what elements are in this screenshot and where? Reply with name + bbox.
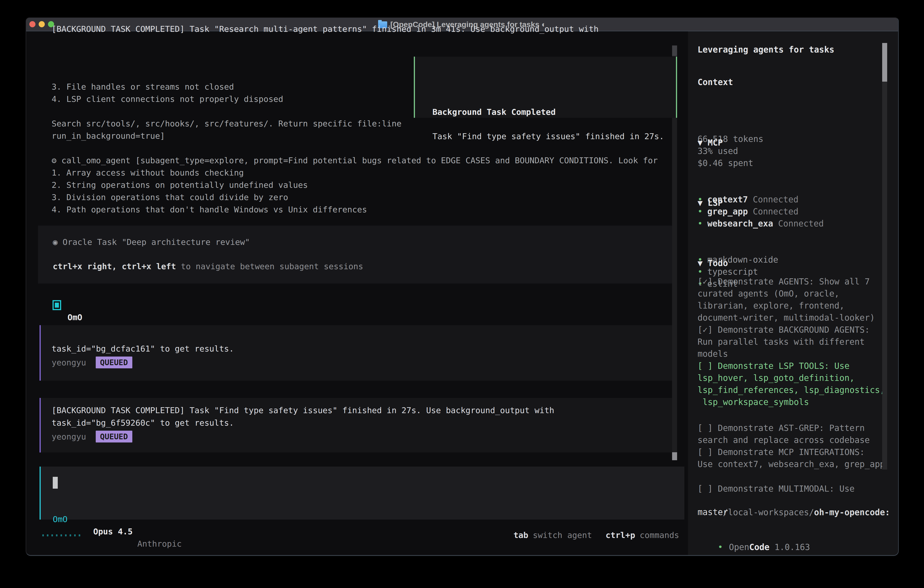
hint-text: to navigate between subagent sessions	[176, 262, 363, 271]
todo-item-line: curated agents (OmO, oracle,	[698, 287, 885, 300]
mcp-section: ▼ MCP •context7Connected•grep_appConnect…	[698, 128, 824, 178]
commands-label: commands	[640, 529, 679, 542]
main-scrollbar-thumb[interactable]	[672, 452, 677, 460]
status-bar: esc interrupt tab switch agent ctrl+p co…	[26, 529, 679, 542]
status-badge: QUEUED	[96, 357, 132, 368]
task-message-line: task_id="bg_dcfac161" to get results.	[52, 343, 234, 355]
oracle-task-panel: ◉ Oracle Task "Deep architecture review"…	[38, 226, 675, 284]
todo-item-line: [✓] Demonstrate AGENTS: Show all 7	[698, 276, 885, 287]
username: yeongyu	[52, 358, 86, 367]
todo-item-line: Use context7, websearch_exa, grep_app	[698, 458, 885, 470]
task-message-meta: yeongyuQUEUED	[52, 431, 132, 443]
todo-item-line: Run parallel tasks with different	[698, 336, 885, 348]
statusbar-right: tab switch agent ctrl+p commands	[513, 529, 679, 542]
todo-item-line: search and replace across codebase	[698, 434, 885, 446]
todo-item-line: document-writer, multimodal-looker)	[698, 312, 885, 324]
log-line: 1. Array access without bounds checking	[52, 167, 658, 179]
todo-item-line: models	[698, 348, 885, 360]
agent-name: OmO	[68, 311, 82, 324]
sidebar-session-title: Leveraging agents for tasks	[698, 44, 834, 56]
task-message-block: [BACKGROUND TASK COMPLETED] Task "Find t…	[40, 398, 675, 453]
workspace-branch: master	[698, 506, 728, 518]
log-line: ⚙ call_omo_agent [subagent_type=explore,…	[52, 154, 658, 167]
main-scrollbar-top-segment	[672, 45, 677, 56]
notification-title: Background Task Completed	[432, 106, 556, 118]
background-task-notification: Background Task Completed Task "Find typ…	[414, 57, 677, 118]
todo-item-line: [ ] Demonstrate LSP TOOLS: Use	[698, 360, 885, 372]
status-badge: QUEUED	[96, 431, 132, 443]
task-message-meta: yeongyuQUEUED	[52, 357, 132, 369]
oracle-task-label: ◉ Oracle Task "Deep architecture review"	[53, 236, 250, 248]
todo-item-line: librarian, explore, frontend,	[698, 300, 885, 312]
tab-key: tab	[513, 529, 528, 542]
app-version-number: 1.0.163	[775, 542, 810, 552]
log-line: 4. Path operations that don't handle Win…	[52, 203, 658, 216]
oracle-nav-hint: ctrl+x right, ctrl+x left to navigate be…	[53, 260, 363, 273]
spacer	[597, 529, 601, 542]
todo-item-line: [ ] Demonstrate AST-GREP: Pattern	[698, 422, 885, 434]
log-line: 3. Division operations that could divide…	[52, 191, 658, 203]
mcp-heading[interactable]: ▼ MCP	[698, 137, 824, 149]
esc-key: esc	[93, 555, 108, 556]
esc-hint: esc interrupt	[93, 554, 157, 556]
sidebar-scrollbar-track[interactable]	[882, 43, 887, 469]
task-message-block: [BACKGROUND TASK COMPLETED] Task "Resear…	[40, 325, 675, 381]
todo-group-2: [ ] Demonstrate AST-GREP: Patternsearch …	[698, 409, 885, 470]
todo-item-line: lsp_workspace_symbols	[698, 396, 885, 408]
workspace-repo: oh-my-opencode:	[814, 507, 890, 517]
notification-message: Task "Find type safety issues" finished …	[432, 130, 664, 142]
log-line: 2. String operations on potentially unde…	[52, 179, 658, 191]
status-dot-icon: •	[718, 541, 729, 553]
lsp-heading[interactable]: ▼ LSP	[698, 197, 778, 209]
keyboard-shortcut: ctrl+x right, ctrl+x left	[53, 262, 176, 271]
text-cursor	[53, 477, 58, 489]
log-line	[52, 142, 658, 154]
esc-label: interrupt	[113, 555, 157, 556]
opencode-window: [OpenCode] Leveraging agents for tasks ◐…	[26, 18, 899, 556]
task-message-line: [BACKGROUND TASK COMPLETED] Task "Find t…	[52, 404, 554, 416]
model-row: OmO Opus 4.5 Anthropic	[41, 501, 684, 513]
todo-item-line: [✓] Demonstrate BACKGROUND AGENTS:	[698, 324, 885, 336]
username: yeongyu	[52, 432, 86, 441]
mcp-server-status: Connected	[778, 219, 824, 228]
todo-item-line: lsp_find_references, lsp_diagnostics,	[698, 384, 885, 396]
workspace-path: ~/local-workspaces/oh-my-opencode:	[698, 494, 890, 506]
commands-key: ctrl+p	[606, 529, 635, 542]
todo-group-3: [ ] Demonstrate MULTIMODAL: Use	[698, 470, 855, 495]
task-message-line: task_id="bg_6f59260c" to get results.	[52, 417, 234, 429]
todo-group-1: [✓] Demonstrate AGENTS: Show all 7curate…	[698, 263, 885, 408]
spinner-dots-icon	[42, 534, 80, 537]
app-name-open: Open	[729, 542, 749, 552]
task-message-line: [BACKGROUND TASK COMPLETED] Task "Resear…	[52, 23, 599, 35]
context-section: Context 66,518 tokens33% used$0.46 spent	[698, 68, 764, 117]
tab-label: switch agent	[533, 529, 592, 542]
log-line: Search src/tools/, src/hooks/, src/featu…	[52, 117, 658, 130]
sidebar-scrollbar-thumb[interactable]	[882, 43, 887, 82]
input-agent-name: OmO	[53, 513, 68, 525]
lsp-section: ▼ LSP •markdown-oxide•typescript•eslint	[698, 188, 778, 238]
app-name-code: Code	[749, 542, 769, 552]
todo-item-line: [ ] Demonstrate MCP INTEGRATIONS:	[698, 446, 885, 458]
context-heading: Context	[698, 76, 764, 88]
app-version	[769, 542, 774, 552]
todo-item-line: lsp_hover, lsp_goto_definition,	[698, 372, 885, 384]
prompt-input[interactable]: OmO Opus 4.5 Anthropic	[40, 467, 684, 520]
todo-item-line: [ ] Demonstrate MULTIMODAL: Use	[698, 483, 855, 495]
version-row: •OpenCode 1.0.163	[698, 529, 810, 541]
workspace-path-prefix: ~/local-workspaces/	[718, 507, 814, 517]
